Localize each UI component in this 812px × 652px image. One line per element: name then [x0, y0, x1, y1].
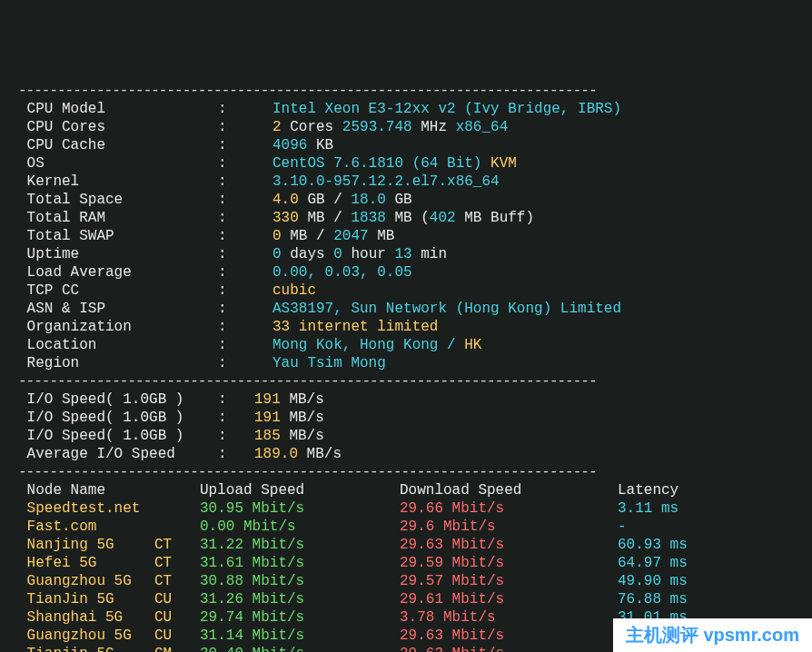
node-tag: CM	[154, 645, 200, 652]
info-label: CPU Model	[18, 100, 218, 118]
info-value: 2 Cores 2593.748 MHz x86_64	[272, 119, 508, 135]
node-name: Nanjing 5G	[18, 536, 154, 554]
info-label: Total Space	[18, 191, 218, 209]
speedtest-row: Speedtest.net30.95 Mbit/s29.66 Mbit/s3.1…	[18, 499, 794, 518]
divider: ----------------------------------------…	[18, 82, 794, 100]
node-name: Fast.com	[18, 518, 154, 536]
latency: 64.97 ms	[618, 554, 688, 572]
value-part: 2	[272, 119, 282, 135]
info-label: Load Average	[18, 263, 218, 282]
io-value: 189.0 MB/s	[254, 446, 342, 462]
value-part: MB Buff)	[456, 210, 534, 226]
info-row: CPU Model: Intel Xeon E3-12xx v2 (Ivy Br…	[18, 100, 794, 118]
upload-speed: 0.00 Mbit/s	[200, 518, 400, 536]
value-part: MB/s	[281, 410, 324, 426]
value-part: MB/s	[298, 446, 342, 462]
colon: :	[218, 100, 272, 118]
io-value: 185 MB/s	[254, 428, 324, 444]
info-value: 0.00, 0.03, 0.05	[272, 264, 412, 281]
info-row: ASN & ISP: AS38197, Sun Network (Hong Ko…	[18, 300, 794, 318]
value-part: MB (	[386, 210, 430, 226]
node-name: Tianjin 5G	[18, 645, 154, 652]
io-value: 191 MB/s	[254, 391, 324, 408]
value-part: days	[282, 246, 334, 262]
value-part: 191	[254, 391, 281, 408]
info-row: Uptime: 0 days 0 hour 13 min	[18, 245, 794, 263]
value-part: 4096	[272, 137, 307, 153]
info-label: Total SWAP	[18, 227, 218, 245]
info-value: CentOS 7.6.1810 (64 Bit) KVM	[272, 155, 517, 172]
value-part: Intel Xeon E3-12xx v2 (Ivy Bridge, IBRS)	[272, 101, 621, 117]
node-tag: CT	[154, 554, 200, 572]
value-part: 0	[272, 246, 282, 262]
node-tag: CT	[154, 536, 200, 554]
info-value: 4.0 GB / 18.0 GB	[272, 192, 412, 208]
download-speed: 29.63 Mbit/s	[400, 645, 618, 652]
value-part: 402	[430, 210, 456, 226]
watermark: 主机测评 vpsmr.com	[613, 618, 812, 652]
speedtest-row: TianJin 5GCU31.26 Mbit/s29.61 Mbit/s76.8…	[18, 590, 794, 608]
info-row: Organization: 33 internet limited	[18, 318, 794, 336]
io-label: Average I/O Speed	[18, 445, 218, 463]
colon: :	[218, 427, 254, 445]
info-row: CPU Cores: 2 Cores 2593.748 MHz x86_64	[18, 118, 794, 136]
value-part: 191	[254, 410, 281, 426]
download-speed: 29.63 Mbit/s	[400, 536, 618, 554]
value-part: cubic	[272, 282, 316, 299]
upload-speed: 31.14 Mbit/s	[200, 627, 400, 645]
value-part: AS38197, Sun Network (Hong Kong) Limited	[272, 301, 621, 317]
upload-speed: 30.95 Mbit/s	[200, 499, 400, 518]
colon: :	[218, 300, 272, 318]
value-part: Cores	[282, 119, 342, 135]
io-label: I/O Speed( 1.0GB )	[18, 390, 218, 409]
download-speed: 29.59 Mbit/s	[400, 554, 618, 572]
node-name: TianJin 5G	[18, 590, 154, 608]
value-part: x86_64	[456, 119, 509, 135]
info-row: Total Space: 4.0 GB / 18.0 GB	[18, 191, 794, 209]
value-part: MB	[369, 228, 395, 244]
colon: :	[218, 154, 272, 173]
value-part: 13	[394, 246, 411, 262]
colon: :	[218, 118, 272, 136]
latency: -	[618, 518, 627, 536]
io-label: I/O Speed( 1.0GB )	[18, 427, 218, 445]
latency: 3.11 ms	[618, 499, 678, 518]
value-part: GB	[386, 192, 412, 208]
colon: :	[218, 390, 254, 409]
value-part: 185	[254, 428, 281, 444]
value-part: MB /	[282, 228, 334, 244]
node-tag: CT	[154, 572, 200, 590]
value-part: 189.0	[254, 446, 298, 462]
speedtest-header: Node NameUpload SpeedDownload SpeedLaten…	[18, 481, 794, 499]
io-row: I/O Speed( 1.0GB ): 191 MB/s	[18, 390, 794, 409]
node-name: Speedtest.net	[18, 499, 154, 518]
speedtest-row: Fast.com0.00 Mbit/s29.6 Mbit/s-	[18, 518, 794, 536]
info-value: 330 MB / 1838 MB (402 MB Buff)	[272, 210, 534, 226]
info-value: Yau Tsim Mong	[272, 355, 386, 371]
info-row: Load Average: 0.00, 0.03, 0.05	[18, 263, 794, 282]
value-part: 0	[333, 246, 342, 262]
info-row: Location: Mong Kok, Hong Kong / HK	[18, 336, 794, 354]
value-part: 18.0	[351, 192, 385, 208]
colon: :	[218, 318, 272, 336]
io-row: I/O Speed( 1.0GB ): 191 MB/s	[18, 409, 794, 427]
value-part: KB	[307, 137, 333, 153]
upload-speed: 29.74 Mbit/s	[200, 608, 400, 627]
upload-speed: 31.22 Mbit/s	[200, 536, 400, 554]
info-value: Intel Xeon E3-12xx v2 (Ivy Bridge, IBRS)	[272, 101, 621, 117]
latency: 49.90 ms	[618, 572, 688, 590]
info-value: Mong Kok, Hong Kong / HK	[272, 337, 481, 353]
info-value: cubic	[272, 282, 316, 299]
latency: 76.88 ms	[618, 590, 688, 608]
value-part: 33 internet limited	[272, 319, 438, 335]
info-row: Total RAM: 330 MB / 1838 MB (402 MB Buff…	[18, 209, 794, 227]
value-part: 1838	[351, 210, 385, 226]
io-value: 191 MB/s	[254, 410, 324, 426]
download-speed: 29.61 Mbit/s	[400, 590, 618, 608]
info-value: AS38197, Sun Network (Hong Kong) Limited	[272, 301, 621, 317]
value-part: MHz	[412, 119, 456, 135]
info-label: CPU Cores	[18, 118, 218, 136]
colon: :	[218, 445, 254, 463]
info-row: Kernel: 3.10.0-957.12.2.el7.x86_64	[18, 173, 794, 191]
node-name: Guangzhou 5G	[18, 627, 154, 645]
